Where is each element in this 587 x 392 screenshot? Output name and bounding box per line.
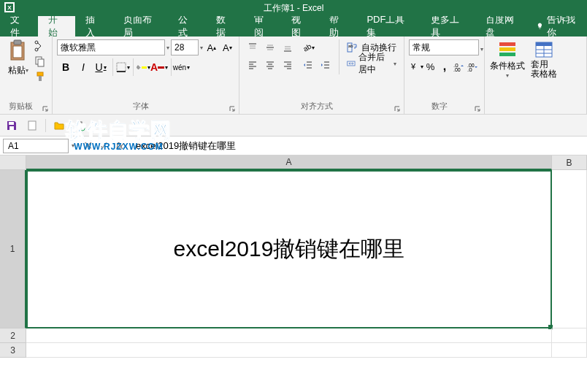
- font-size-input[interactable]: [171, 39, 199, 55]
- clipboard-label: 剪贴板: [0, 99, 42, 112]
- decrease-decimal-button[interactable]: .00.0: [466, 58, 480, 74]
- row-header-1[interactable]: 1: [0, 170, 26, 328]
- phonetic-button[interactable]: wén▾: [171, 58, 188, 76]
- align-middle-icon: [265, 42, 275, 53]
- number-label: 数字: [404, 99, 474, 112]
- select-all-corner[interactable]: [0, 155, 26, 170]
- fx-icon: fx: [116, 140, 123, 151]
- tab-formulas[interactable]: 公式: [168, 16, 206, 36]
- format-painter-button[interactable]: [34, 70, 47, 83]
- svg-rect-51: [499, 53, 515, 56]
- paste-icon: [8, 39, 28, 63]
- ribbon-tabs: 文件 开始 插入 页面布局 公式 数据 审阅 视图 帮助 PDF工具集 更多工具…: [0, 16, 587, 36]
- underline-button[interactable]: U▾: [92, 58, 110, 76]
- comma-button[interactable]: ,: [437, 58, 451, 74]
- decrease-indent-button[interactable]: [299, 57, 317, 73]
- align-bottom-button[interactable]: [279, 39, 296, 55]
- tab-more[interactable]: 更多工具: [421, 16, 475, 36]
- svg-rect-4: [13, 46, 22, 58]
- cell-B1[interactable]: [552, 170, 587, 328]
- svg-text:.0: .0: [467, 66, 472, 72]
- tab-home[interactable]: 开始: [38, 16, 76, 36]
- align-center-icon: [265, 60, 275, 70]
- row-header-2[interactable]: 2: [0, 328, 26, 343]
- align-center-button[interactable]: [261, 57, 279, 73]
- number-format-select[interactable]: [409, 39, 479, 55]
- enter-button[interactable]: ✓: [96, 139, 111, 153]
- save-button[interactable]: [4, 118, 19, 133]
- cell-B3[interactable]: [552, 343, 587, 358]
- tab-view[interactable]: 视图: [281, 16, 319, 36]
- folder-icon: [53, 120, 65, 131]
- name-box[interactable]: [3, 139, 69, 153]
- svg-rect-8: [38, 59, 44, 66]
- inc-decimal-icon: .0.00: [453, 61, 464, 72]
- launcher-icon: [474, 105, 481, 112]
- alignment-label: 对齐方式: [239, 99, 394, 112]
- tab-baidu[interactable]: 百度网盘: [475, 16, 530, 36]
- font-label: 字体: [53, 99, 229, 112]
- cell-B2[interactable]: [552, 328, 587, 343]
- conditional-format-button[interactable]: 条件格式 ▾: [489, 39, 526, 79]
- col-header-B[interactable]: B: [552, 155, 587, 170]
- increase-indent-button[interactable]: [317, 57, 334, 73]
- separator: [45, 119, 46, 132]
- svg-rect-11: [117, 63, 126, 72]
- chevron-down-icon[interactable]: ▾: [200, 45, 203, 51]
- number-launcher[interactable]: [474, 102, 483, 111]
- tab-data[interactable]: 数据: [206, 16, 244, 36]
- col-header-A[interactable]: A: [26, 155, 552, 170]
- merge-center-button[interactable]: 合并后居中▾: [344, 55, 399, 72]
- align-right-button[interactable]: [279, 57, 296, 73]
- new-button[interactable]: [25, 118, 39, 133]
- cancel-button[interactable]: ✕: [80, 139, 95, 153]
- cut-button[interactable]: [34, 39, 47, 53]
- tell-me[interactable]: 告诉我你: [530, 16, 587, 36]
- decrease-font-button[interactable]: A▾: [220, 39, 235, 55]
- formula-input[interactable]: [130, 139, 587, 153]
- align-left-button[interactable]: [244, 57, 261, 73]
- alignment-launcher[interactable]: [394, 102, 402, 111]
- svg-text:ab: ab: [348, 44, 353, 48]
- scissors-icon: [34, 40, 46, 52]
- svg-rect-9: [37, 72, 43, 76]
- italic-button[interactable]: I: [74, 58, 92, 76]
- tab-file[interactable]: 文件: [0, 16, 38, 36]
- align-middle-button[interactable]: [261, 39, 279, 55]
- currency-button[interactable]: ¥▾: [409, 58, 423, 74]
- align-bottom-icon: [283, 42, 293, 53]
- open-button[interactable]: [52, 118, 66, 133]
- increase-decimal-button[interactable]: .0.00: [452, 58, 466, 74]
- orientation-button[interactable]: ab▾: [299, 39, 317, 55]
- percent-button[interactable]: %: [423, 58, 437, 74]
- svg-text:¥: ¥: [410, 62, 416, 71]
- copy-button[interactable]: [34, 55, 47, 68]
- tab-pdf[interactable]: PDF工具集: [356, 16, 420, 36]
- brush-icon: [34, 71, 46, 82]
- format-table-button[interactable]: 套用 表格格: [526, 39, 562, 79]
- row-header-3[interactable]: 3: [0, 343, 26, 358]
- chevron-down-icon[interactable]: ▾: [166, 45, 169, 51]
- increase-font-button[interactable]: A▴: [204, 39, 219, 55]
- tab-help[interactable]: 帮助: [319, 16, 357, 36]
- cell-A1[interactable]: excel2019撤销键在哪里: [26, 170, 552, 328]
- font-name-input[interactable]: [57, 39, 165, 55]
- align-top-button[interactable]: [244, 39, 261, 55]
- fill-color-button[interactable]: ▾: [133, 58, 150, 76]
- bold-button[interactable]: B: [57, 58, 74, 76]
- cell-A2[interactable]: [26, 328, 552, 343]
- chevron-down-icon[interactable]: ▾: [72, 142, 74, 149]
- styles-group: 条件格式 ▾ 套用 表格格: [485, 36, 587, 114]
- font-launcher[interactable]: [229, 102, 237, 111]
- fx-button[interactable]: fx: [112, 139, 127, 153]
- tab-pagelayout[interactable]: 页面布局: [113, 16, 168, 36]
- tab-insert[interactable]: 插入: [75, 16, 113, 36]
- print-preview-button[interactable]: [72, 118, 87, 133]
- clipboard-launcher[interactable]: [42, 102, 50, 111]
- chevron-down-icon: ▾: [394, 61, 396, 67]
- border-button[interactable]: ▾: [112, 58, 130, 76]
- cell-A3[interactable]: [26, 343, 552, 358]
- font-color-button[interactable]: A▾: [150, 58, 168, 76]
- tab-review[interactable]: 审阅: [244, 16, 282, 36]
- chevron-down-icon[interactable]: ▾: [480, 46, 483, 53]
